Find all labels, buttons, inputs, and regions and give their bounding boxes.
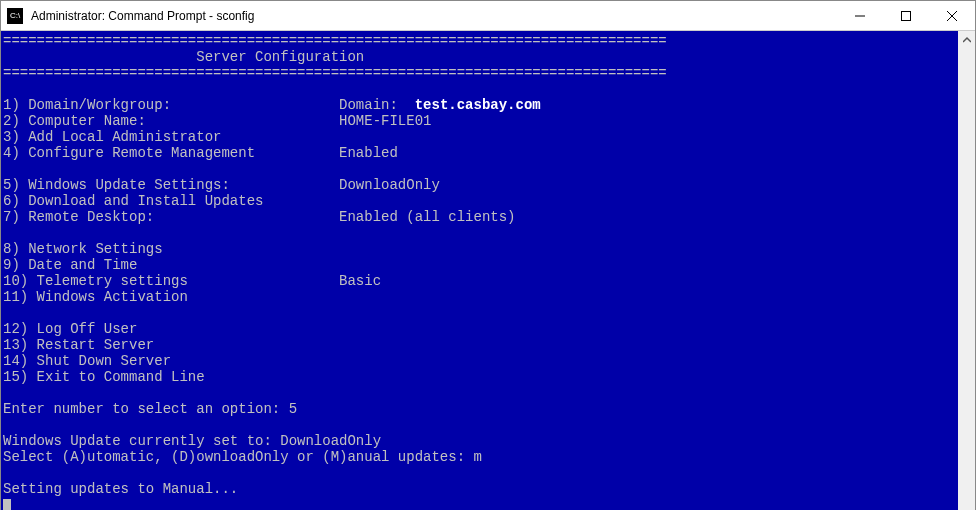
menu-item-2-label: 2) Computer Name: xyxy=(3,113,339,129)
window-controls xyxy=(837,1,975,31)
menu-item-4-value: Enabled xyxy=(339,145,398,161)
scroll-up-arrow-icon[interactable] xyxy=(958,31,975,48)
titlebar[interactable]: C:\ Administrator: Command Prompt - scon… xyxy=(1,1,975,31)
wu-select-line: Select (A)utomatic, (D)ownloadOnly or (M… xyxy=(3,449,482,465)
svg-line-3 xyxy=(947,11,957,21)
menu-item-7-label: 7) Remote Desktop: xyxy=(3,209,339,225)
menu-item-5-label: 5) Windows Update Settings: xyxy=(3,177,339,193)
menu-item-1-value-prefix: Domain: xyxy=(339,97,398,113)
menu-item-10-label: 10) Telemetry settings xyxy=(3,273,339,289)
separator-line: ========================================… xyxy=(3,65,667,81)
menu-item-13-label: 13) Restart Server xyxy=(3,337,154,353)
wu-current-line: Windows Update currently set to: Downloa… xyxy=(3,433,381,449)
separator-line: ========================================… xyxy=(3,33,667,49)
menu-item-12-label: 12) Log Off User xyxy=(3,321,137,337)
menu-item-4-label: 4) Configure Remote Management xyxy=(3,145,339,161)
cmd-icon: C:\ xyxy=(7,8,23,24)
menu-item-10-value: Basic xyxy=(339,273,381,289)
scroll-track[interactable] xyxy=(958,48,975,510)
header-line: Server Configuration xyxy=(3,49,364,65)
svg-line-2 xyxy=(947,11,957,21)
menu-item-1-value: test.casbay.com xyxy=(415,97,541,113)
minimize-button[interactable] xyxy=(837,1,883,31)
terminal-cursor xyxy=(3,499,11,510)
menu-item-7-value: Enabled (all clients) xyxy=(339,209,515,225)
setting-line: Setting updates to Manual... xyxy=(3,481,238,497)
vertical-scrollbar[interactable] xyxy=(958,31,975,510)
menu-item-5-value: DownloadOnly xyxy=(339,177,440,193)
close-icon xyxy=(947,11,957,21)
terminal-container: ========================================… xyxy=(1,31,975,510)
menu-item-1-label: 1) Domain/Workgroup: xyxy=(3,97,339,113)
menu-item-11-label: 11) Windows Activation xyxy=(3,289,188,305)
menu-item-14-label: 14) Shut Down Server xyxy=(3,353,171,369)
menu-item-2-value: HOME-FILE01 xyxy=(339,113,431,129)
terminal-output[interactable]: ========================================… xyxy=(1,31,958,510)
command-prompt-window: C:\ Administrator: Command Prompt - scon… xyxy=(0,0,976,510)
menu-item-8-label: 8) Network Settings xyxy=(3,241,163,257)
maximize-button[interactable] xyxy=(883,1,929,31)
minimize-icon xyxy=(855,11,865,21)
svg-rect-1 xyxy=(902,11,911,20)
menu-item-3-label: 3) Add Local Administrator xyxy=(3,129,221,145)
menu-item-15-label: 15) Exit to Command Line xyxy=(3,369,205,385)
maximize-icon xyxy=(901,11,911,21)
menu-item-6-label: 6) Download and Install Updates xyxy=(3,193,263,209)
menu-item-9-label: 9) Date and Time xyxy=(3,257,137,273)
prompt-select-option: Enter number to select an option: 5 xyxy=(3,401,297,417)
window-title: Administrator: Command Prompt - sconfig xyxy=(31,9,837,23)
close-button[interactable] xyxy=(929,1,975,31)
